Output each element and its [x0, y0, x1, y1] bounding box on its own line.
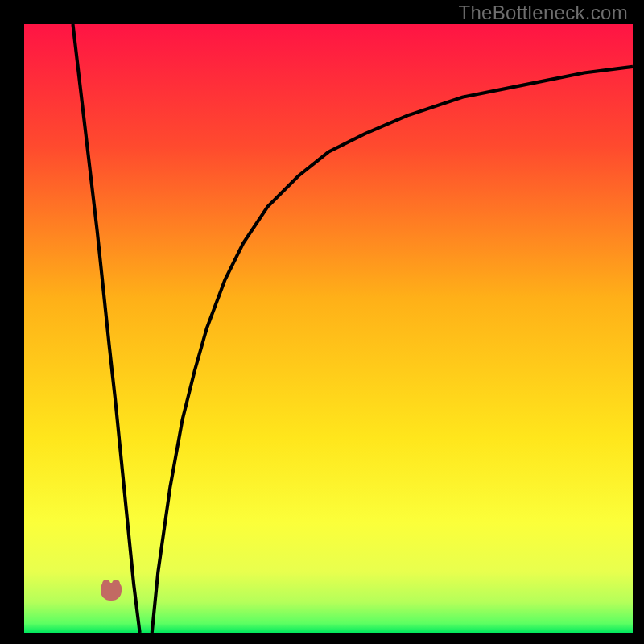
bottleneck-curve [24, 24, 633, 633]
watermark-text: TheBottleneck.com [458, 2, 628, 24]
curve-left-branch [72, 24, 139, 633]
optimum-marker-icon [101, 583, 122, 601]
plot-area [24, 24, 633, 633]
curve-right-branch [152, 67, 633, 633]
chart-frame: TheBottleneck.com [0, 0, 644, 644]
